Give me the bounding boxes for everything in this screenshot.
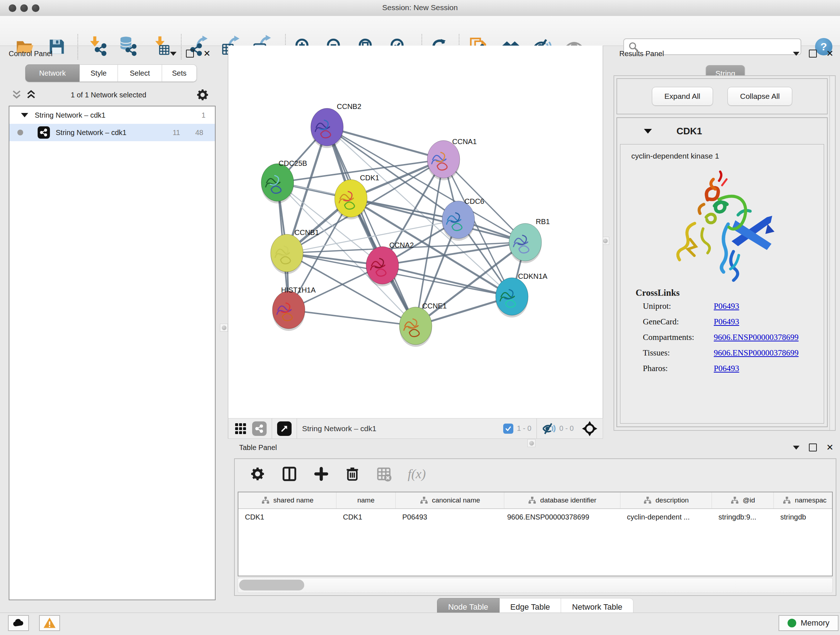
results-panel-title: Results Panel: [619, 50, 664, 58]
node-label-CCNA1: CCNA1: [452, 138, 477, 146]
network-collection-row[interactable]: String Network – cdk1 1: [9, 106, 215, 124]
node-CCNA1[interactable]: CCNA1: [427, 138, 477, 180]
memory-status-icon: [788, 619, 796, 627]
hidden-items-icon[interactable]: [542, 422, 556, 435]
tree-column-icon: [420, 496, 428, 505]
panel-float-icon[interactable]: [809, 443, 817, 451]
node-table[interactable]: shared name name canonical name database…: [238, 492, 833, 576]
compartments-link[interactable]: 9606.ENSP00000378699: [714, 333, 799, 342]
string-results-box: Expand All Collapse All CDK1 cyclin-depe…: [614, 75, 836, 431]
tree-column-icon: [261, 496, 270, 505]
node-label-CCNB1: CCNB1: [294, 228, 319, 236]
crosslink-row: Uniprot: P06493: [643, 302, 824, 311]
tree-column-icon: [643, 496, 652, 505]
table-options-gear-icon[interactable]: [250, 466, 265, 481]
tab-style[interactable]: Style: [80, 65, 118, 82]
left-splitter-handle[interactable]: [220, 324, 228, 332]
results-scrollbar[interactable]: [829, 76, 835, 430]
panel-menu-icon[interactable]: [170, 52, 177, 56]
node-label-CDC6: CDC6: [464, 197, 484, 205]
expand-all-button[interactable]: Expand All: [652, 87, 713, 106]
tree-column-icon: [783, 496, 791, 505]
tab-network[interactable]: Network: [25, 65, 80, 82]
node-RB1[interactable]: RB1: [509, 218, 550, 263]
table-panel: Table Panel ✕ f(x) shared name name: [231, 440, 840, 612]
table-row[interactable]: CDK1 CDK1 P06493 9606.ENSP00000378699 cy…: [238, 509, 832, 525]
panel-float-icon[interactable]: [809, 50, 817, 57]
section-collapse-icon[interactable]: [644, 129, 652, 134]
scrollbar-thumb[interactable]: [239, 580, 304, 591]
panel-close-icon[interactable]: ✕: [826, 444, 834, 451]
panel-menu-icon[interactable]: [793, 446, 799, 450]
detach-view-icon[interactable]: [277, 421, 292, 436]
crosslink-row: Tissues: 9606.ENSP00000378699: [643, 348, 824, 358]
collapse-triangle-icon[interactable]: [21, 113, 28, 117]
genecard-link[interactable]: P06493: [714, 317, 739, 326]
node-CCNB2[interactable]: CCNB2: [311, 103, 362, 148]
pharos-link[interactable]: P06493: [714, 364, 739, 373]
warnings-button[interactable]: [39, 615, 60, 631]
control-panel: Control Panel ✕ Network Style Select Set…: [0, 46, 217, 612]
edge-HIST1H1A-CCNE1[interactable]: [289, 310, 416, 326]
node-label-CDK1: CDK1: [360, 174, 379, 182]
window-titlebar: Session: New Session: [0, 0, 840, 16]
function-builder-icon[interactable]: f(x): [408, 466, 426, 481]
edge-CCNA2-CDKN1A[interactable]: [382, 265, 512, 296]
network-tree: String Network – cdk1 1 String Network –…: [9, 106, 216, 600]
create-column-icon[interactable]: [314, 466, 329, 481]
network-current-dot-icon: [17, 130, 23, 135]
results-panel: Results Panel ✕ String Expand All Collap…: [611, 46, 840, 440]
tissues-link[interactable]: 9606.ENSP00000378699: [714, 348, 799, 358]
node-table-box: f(x) shared name name canonical name dat…: [234, 458, 836, 596]
table-horizontal-scrollbar[interactable]: [238, 578, 833, 593]
node-label-RB1: RB1: [536, 218, 550, 226]
network-row[interactable]: String Network – cdk1 11 48: [9, 124, 215, 141]
column-header[interactable]: description: [621, 492, 712, 508]
tab-sets[interactable]: Sets: [162, 65, 197, 82]
panel-menu-icon[interactable]: [793, 52, 799, 56]
network-canvas[interactable]: CCNB2CCNA1CDC25BCDK1CDC6RB1CCNB1CCNA2CDK…: [228, 46, 603, 418]
column-header[interactable]: canonical name: [396, 492, 504, 508]
collection-count: 1: [202, 111, 205, 119]
column-header[interactable]: shared name: [238, 492, 336, 508]
memory-button[interactable]: Memory: [778, 615, 838, 631]
column-header[interactable]: name: [336, 492, 396, 508]
panel-float-icon[interactable]: [186, 50, 194, 57]
network-options-gear-icon[interactable]: [196, 88, 209, 101]
node-label-CDC25B: CDC25B: [279, 159, 307, 167]
network-label: String Network – cdk1: [56, 128, 126, 137]
gene-section-header[interactable]: CDK1: [617, 118, 827, 144]
edge-CCNB2-CCNE1[interactable]: [327, 127, 416, 326]
cloud-icon: [12, 616, 25, 630]
column-header[interactable]: namespac: [774, 492, 833, 508]
string-network-icon: [38, 126, 50, 139]
table-panel-title: Table Panel: [239, 443, 277, 452]
column-header[interactable]: database identifier: [504, 492, 621, 508]
selected-counts: 1 - 0: [517, 424, 531, 432]
crosslinks-title: CrossLinks: [636, 288, 824, 298]
node-CDC25B[interactable]: CDC25B: [261, 159, 307, 203]
node-HIST1H1A[interactable]: HIST1H1A: [272, 286, 316, 331]
node-label-CDKN1A: CDKN1A: [518, 272, 548, 280]
string-view-icon[interactable]: [252, 421, 267, 436]
view-grid-icon[interactable]: [234, 422, 247, 435]
gene-section: CDK1 cyclin-dependent kinase 1: [616, 117, 828, 427]
cloud-status-button[interactable]: [8, 615, 29, 631]
network-collection-label: String Network – cdk1: [35, 111, 106, 119]
birds-eye-view-icon[interactable]: [582, 421, 598, 437]
uniprot-link[interactable]: P06493: [714, 302, 739, 311]
node-label-CCNE1: CCNE1: [422, 302, 447, 310]
node-table-header: shared name name canonical name database…: [238, 492, 832, 509]
control-panel-tabs: Network Style Select Sets: [25, 65, 197, 82]
delete-column-icon[interactable]: [345, 466, 360, 481]
tab-select[interactable]: Select: [118, 65, 162, 82]
panel-close-icon[interactable]: ✕: [826, 50, 834, 57]
node-CDC6[interactable]: CDC6: [442, 197, 484, 241]
show-columns-icon[interactable]: [281, 466, 298, 482]
delete-table-icon[interactable]: [376, 466, 392, 482]
crosslink-row: GeneCard: P06493: [643, 317, 824, 326]
column-header[interactable]: @id: [712, 492, 774, 508]
selected-nodes-checkbox[interactable]: [503, 424, 513, 434]
collapse-all-button[interactable]: Collapse All: [728, 87, 793, 106]
panel-close-icon[interactable]: ✕: [203, 50, 210, 57]
